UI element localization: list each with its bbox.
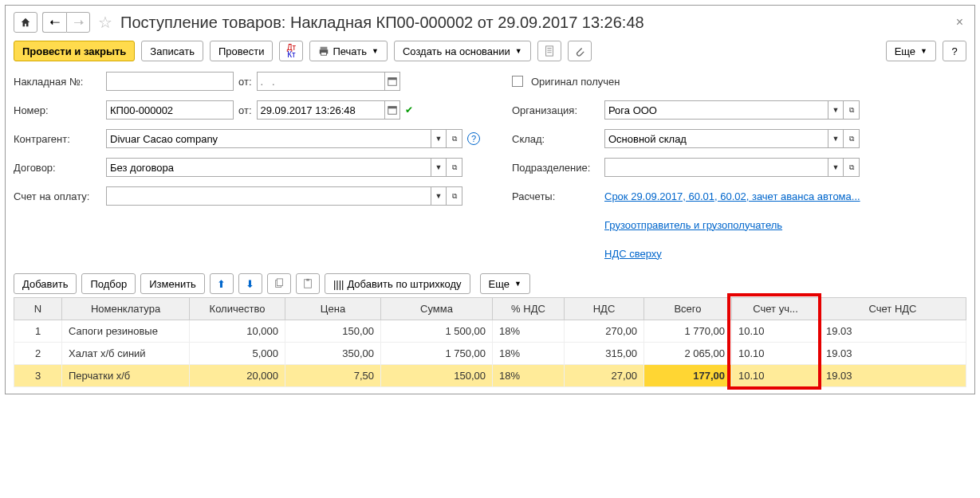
help-button[interactable]: ? — [943, 41, 966, 61]
add-row-button[interactable]: Добавить — [14, 273, 77, 294]
print-button[interactable]: Печать▼ — [309, 41, 388, 61]
calendar-icon-2[interactable] — [384, 100, 400, 120]
svg-rect-12 — [277, 279, 282, 286]
create-based-button[interactable]: Создать на основании▼ — [394, 41, 531, 61]
forward-button[interactable]: 🠒 — [66, 12, 90, 33]
from-label: от: — [238, 76, 252, 88]
report-button[interactable] — [537, 41, 561, 61]
svg-rect-2 — [321, 53, 327, 56]
table-row[interactable]: 3Перчатки х/б20,0007,50150,0018%27,00177… — [14, 365, 966, 387]
dtkt-button[interactable]: ДтКт — [279, 41, 303, 61]
col-vat-pct[interactable]: % НДС — [493, 298, 565, 320]
copy-icon — [274, 278, 285, 289]
move-down-button[interactable]: ⬇ — [238, 273, 262, 294]
post-button[interactable]: Провести — [210, 41, 274, 61]
close-icon[interactable]: × — [953, 15, 966, 29]
col-vat[interactable]: НДС — [565, 298, 644, 320]
col-qty[interactable]: Количество — [190, 298, 285, 320]
open-icon[interactable]: ⧉ — [447, 129, 462, 148]
calendar-icon[interactable] — [384, 72, 400, 91]
calc-label: Расчеты: — [512, 190, 600, 202]
svg-rect-8 — [388, 78, 396, 80]
shipper-link[interactable]: Грузоотправитель и грузополучатель — [604, 219, 782, 231]
dropdown-icon-2[interactable]: ▼ — [431, 158, 447, 177]
save-button[interactable]: Записать — [141, 41, 203, 61]
more-button[interactable]: Еще▼ — [886, 41, 936, 61]
original-label: Оригинал получен — [531, 76, 620, 88]
invoice-pay-input[interactable] — [106, 186, 431, 206]
page-title: Поступление товаров: Накладная КП00-0000… — [120, 14, 644, 32]
move-up-button[interactable]: ⬆ — [210, 273, 234, 294]
open-icon-3[interactable]: ⧉ — [447, 186, 462, 206]
printer-icon — [318, 45, 329, 57]
col-sum[interactable]: Сумма — [381, 298, 493, 320]
warehouse-input[interactable] — [604, 129, 828, 148]
help-icon[interactable]: ? — [467, 132, 480, 145]
from-label-2: от: — [238, 104, 252, 116]
org-input[interactable] — [604, 100, 828, 120]
paste-button[interactable] — [296, 273, 320, 294]
dropdown-icon[interactable]: ▼ — [431, 129, 447, 148]
invoice-pay-label: Счет на оплату: — [14, 190, 101, 202]
table-row[interactable]: 1Сапоги резиновые10,000150,001 500,0018%… — [14, 320, 966, 343]
invoice-label: Накладная №: — [14, 76, 101, 88]
division-input[interactable] — [604, 158, 828, 177]
calc-link[interactable]: Срок 29.09.2017, 60.01, 60.02, зачет ава… — [604, 190, 860, 202]
copy-button[interactable] — [267, 273, 291, 294]
counterparty-input[interactable] — [106, 129, 431, 148]
open-icon-5[interactable]: ⧉ — [844, 129, 860, 148]
posted-check-icon: ✔ — [405, 104, 413, 116]
svg-rect-3 — [545, 46, 553, 56]
col-n[interactable]: N — [14, 298, 62, 320]
paperclip-icon — [574, 45, 585, 57]
svg-rect-14 — [306, 279, 309, 281]
number-label: Номер: — [14, 104, 101, 116]
open-icon-6[interactable]: ⧉ — [844, 158, 860, 177]
open-icon-2[interactable]: ⧉ — [447, 158, 462, 177]
back-button[interactable]: 🠐 — [42, 12, 66, 33]
table-row[interactable]: 2Халат х/б синий5,000350,001 750,0018%31… — [14, 343, 966, 365]
barcode-button[interactable]: |||| Добавить по штрихкоду — [325, 273, 470, 294]
home-button[interactable] — [14, 12, 37, 33]
datetime-input[interactable] — [257, 100, 384, 120]
post-and-close-button[interactable]: Провести и закрыть — [14, 41, 135, 61]
barcode-icon: |||| — [333, 278, 344, 290]
paste-icon — [302, 278, 313, 289]
original-checkbox[interactable] — [512, 76, 523, 87]
org-label: Организация: — [512, 104, 600, 116]
select-items-button[interactable]: Подбор — [81, 273, 136, 294]
col-price[interactable]: Цена — [285, 298, 381, 320]
favorite-star-icon[interactable]: ☆ — [98, 13, 112, 32]
document-icon — [544, 45, 555, 57]
col-total[interactable]: Всего — [644, 298, 732, 320]
division-label: Подразделение: — [512, 162, 600, 174]
invoice-date-input[interactable] — [257, 72, 384, 91]
warehouse-label: Склад: — [512, 133, 600, 145]
dropdown-icon-5[interactable]: ▼ — [828, 129, 844, 148]
contract-label: Договор: — [14, 162, 101, 174]
dropdown-icon-3[interactable]: ▼ — [431, 186, 447, 206]
col-nomenclature[interactable]: Номенклатура — [62, 298, 190, 320]
open-icon-4[interactable]: ⧉ — [844, 100, 860, 120]
dropdown-icon-6[interactable]: ▼ — [828, 158, 844, 177]
svg-rect-10 — [388, 107, 396, 109]
counterparty-label: Контрагент: — [14, 133, 101, 145]
contract-input[interactable] — [106, 158, 431, 177]
dropdown-icon-4[interactable]: ▼ — [828, 100, 844, 120]
edit-row-button[interactable]: Изменить — [140, 273, 205, 294]
svg-rect-0 — [321, 47, 328, 50]
table-more-button[interactable]: Еще▼ — [480, 273, 530, 294]
col-vat-acct[interactable]: Счет НДС — [820, 298, 966, 320]
col-acct[interactable]: Счет уч... — [732, 298, 820, 320]
vat-link[interactable]: НДС сверху — [604, 248, 662, 260]
number-input[interactable] — [106, 100, 234, 120]
invoice-number-input[interactable] — [106, 72, 234, 91]
attachment-button[interactable] — [568, 41, 592, 61]
items-table: N Номенклатура Количество Цена Сумма % Н… — [14, 297, 966, 387]
